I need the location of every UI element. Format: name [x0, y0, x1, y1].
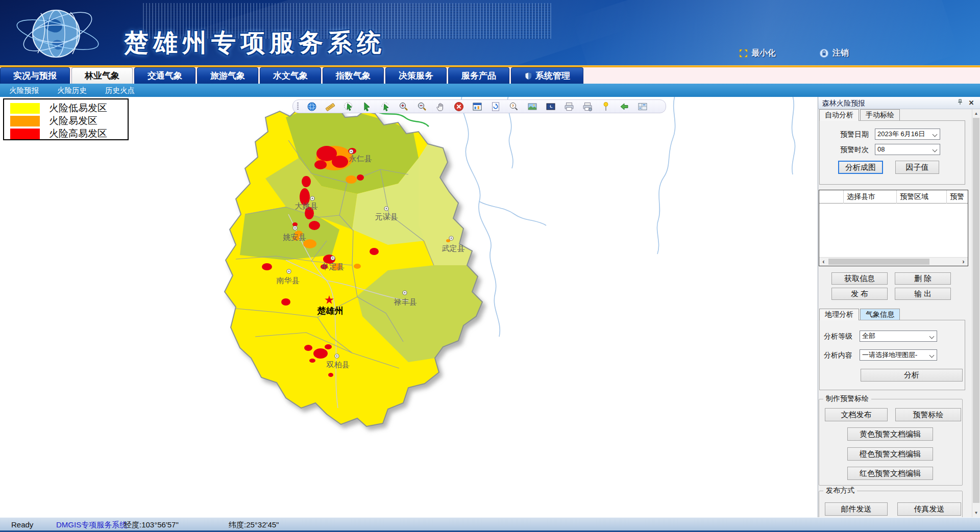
map-canvas[interactable]: 永仁县 大姚县 元谋县 武定县 姚安县 牟定县 南华县 禄丰县 双柏县 楚雄州 — [0, 97, 818, 517]
select-arrow-icon[interactable] — [362, 102, 372, 112]
red-doc-button[interactable]: 红色预警文档编辑 — [847, 467, 933, 480]
tab-decision-service[interactable]: 决策服务 — [385, 67, 447, 84]
publish-button[interactable]: 发 布 — [831, 288, 888, 300]
pin-marker-icon[interactable] — [601, 102, 611, 112]
scroll-down-icon[interactable]: ▼ — [972, 509, 980, 517]
image-icon[interactable] — [527, 102, 537, 112]
banner-actions: 最小化 注销 — [847, 48, 980, 62]
overview-window-icon[interactable] — [472, 102, 482, 112]
analysis-content-select[interactable]: 一请选择地理图层- — [860, 349, 937, 361]
list-body[interactable] — [819, 204, 968, 249]
legend-row: 火险高易发区 — [10, 128, 128, 140]
tab-label: 决策服务 — [399, 68, 433, 84]
analysis-level-select[interactable]: 全部 — [860, 331, 937, 342]
legend-label: 火险低易发区 — [49, 102, 107, 115]
plot-group-title: 制作预警标绘 — [823, 394, 871, 403]
print-setup-icon[interactable] — [582, 102, 593, 112]
shield-icon — [524, 72, 532, 80]
tab-label: 系统管理 — [535, 68, 570, 84]
image-night-icon[interactable] — [546, 102, 556, 112]
analyze-button[interactable]: 分析 — [861, 369, 963, 382]
prefecture-fill — [219, 97, 490, 434]
tab-geo-analysis[interactable]: 地理分析 — [819, 309, 859, 320]
warning-list[interactable]: 选择县市 预警区域 预警 ‹ › — [819, 190, 968, 266]
tab-tourism-weather[interactable]: 旅游气象 — [197, 67, 258, 84]
back-arrow-icon[interactable] — [619, 102, 629, 112]
tab-label: 水文气象 — [273, 68, 308, 84]
county-label: 永仁县 — [349, 154, 372, 163]
print-icon[interactable] — [564, 102, 574, 112]
analyze-map-button[interactable]: 分析成图 — [838, 161, 883, 174]
column-header-warnlevel[interactable]: 预警 — [947, 190, 968, 204]
hscroll-thumb[interactable] — [828, 259, 929, 265]
yellow-doc-button[interactable]: 黄色预警文档编辑 — [847, 427, 933, 441]
legend-label: 火险易发区 — [49, 114, 97, 128]
panel-vscrollbar[interactable]: ▲ ▼ — [972, 109, 980, 517]
select-free-icon[interactable] — [380, 102, 390, 112]
list-hscrollbar[interactable]: ‹ › — [819, 257, 968, 266]
subtab-fire-risk-forecast[interactable]: 火险预报 — [9, 86, 39, 95]
tab-hydrology-weather[interactable]: 水文气象 — [260, 67, 321, 84]
fax-send-button[interactable]: 传真发送 — [897, 502, 961, 516]
plot-groupbox: 制作预警标绘 文档发布 预警标绘 黄色预警文档编辑 橙色预警文档编辑 红色预警文… — [819, 399, 963, 486]
doc-publish-button[interactable]: 文档发布 — [825, 408, 888, 421]
tab-system-management[interactable]: 系统管理 — [511, 67, 583, 84]
logout-button[interactable]: 注销 — [819, 48, 849, 59]
tab-live-forecast[interactable]: 实况与预报 — [0, 67, 70, 84]
tab-service-products[interactable]: 服务产品 — [448, 67, 509, 84]
scroll-up-icon[interactable]: ▲ — [972, 109, 980, 118]
warn-date-select[interactable]: 2023年 6月16日 — [875, 129, 940, 140]
analysis-tabstrip: 自动分析 手动标绘 — [819, 109, 901, 121]
subtab-historic-fire-points[interactable]: 历史火点 — [105, 86, 135, 95]
tab-manual-plot[interactable]: 手动标绘 — [860, 109, 900, 120]
stop-icon[interactable] — [454, 102, 464, 112]
list-header: 选择县市 预警区域 预警 — [819, 190, 968, 204]
globe-icon[interactable] — [307, 102, 317, 112]
select-circle-icon[interactable] — [344, 102, 354, 112]
tab-label: 服务产品 — [461, 68, 496, 84]
scroll-left-icon[interactable]: ‹ — [819, 258, 828, 266]
scroll-right-icon[interactable]: › — [959, 258, 968, 266]
layout-plan-icon[interactable] — [638, 102, 648, 112]
factor-value-button[interactable]: 因子值 — [895, 161, 939, 174]
zoom-in-icon[interactable] — [399, 102, 409, 112]
pin-panel-icon[interactable] — [956, 99, 964, 107]
column-header-region[interactable]: 预警区域 — [897, 190, 947, 204]
email-send-button[interactable]: 邮件发送 — [825, 502, 888, 516]
zoom-out-icon[interactable] — [417, 102, 427, 112]
toolbar-grip[interactable] — [297, 103, 299, 111]
tab-traffic-weather[interactable]: 交通气象 — [134, 67, 195, 84]
tab-auto-analysis[interactable]: 自动分析 — [819, 109, 859, 121]
legend-swatch-low — [10, 103, 40, 114]
minimize-button[interactable]: 最小化 — [739, 48, 776, 59]
county-label: 南华县 — [277, 276, 300, 285]
get-info-button[interactable]: 获取信息 — [831, 272, 888, 285]
geo-analysis-page: 分析等级 全部 分析内容 一请选择地理图层- 分析 — [819, 320, 965, 390]
pan-icon[interactable] — [435, 102, 446, 112]
orange-doc-button[interactable]: 橙色预警文档编辑 — [847, 447, 933, 461]
tab-label: 旅游气象 — [210, 68, 245, 84]
county-label: 牟定县 — [322, 262, 345, 271]
county-label: 大姚县 — [295, 201, 318, 210]
column-header-county[interactable]: 选择县市 — [844, 190, 897, 204]
tab-index-weather[interactable]: 指数气象 — [323, 67, 384, 84]
identify-icon[interactable]: ? — [509, 102, 519, 112]
geo-tabstrip: 地理分析 气象信息 — [819, 309, 901, 320]
river-lines — [461, 97, 795, 337]
measure-icon[interactable] — [325, 102, 335, 112]
tab-forestry-weather[interactable]: 林业气象 — [71, 67, 133, 84]
vscroll-thumb[interactable] — [973, 118, 979, 503]
refresh-icon[interactable] — [491, 102, 501, 112]
close-panel-icon[interactable]: ✕ — [967, 99, 975, 107]
panel-header: 森林火险预报 ✕ — [818, 97, 980, 109]
status-latitude: 纬度:25°32'45" — [229, 520, 279, 530]
warn-time-select[interactable]: 08 — [875, 144, 940, 155]
column-header-select[interactable] — [819, 190, 844, 204]
warn-plot-button[interactable]: 预警标绘 — [895, 408, 961, 421]
subtab-fire-risk-history[interactable]: 火险历史 — [57, 86, 87, 95]
export-button[interactable]: 输 出 — [895, 288, 951, 300]
delete-button[interactable]: 删 除 — [895, 272, 951, 285]
tab-weather-info[interactable]: 气象信息 — [860, 309, 900, 320]
status-system-name: DMGIS专项服务系统 — [56, 520, 127, 530]
minimize-icon — [739, 49, 748, 58]
